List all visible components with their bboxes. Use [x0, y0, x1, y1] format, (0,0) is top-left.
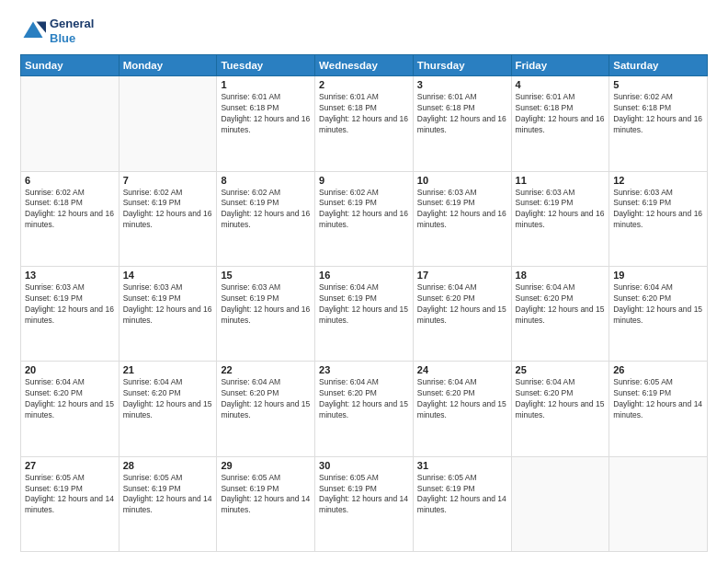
calendar-week-row: 13Sunrise: 6:03 AM Sunset: 6:19 PM Dayli… [21, 266, 708, 361]
day-number: 12 [613, 175, 703, 186]
calendar-cell [119, 76, 217, 171]
calendar-week-row: 20Sunrise: 6:04 AM Sunset: 6:20 PM Dayli… [21, 362, 708, 456]
day-info: Sunrise: 6:04 AM Sunset: 6:20 PM Dayligh… [25, 377, 115, 421]
calendar-cell: 16Sunrise: 6:04 AM Sunset: 6:19 PM Dayli… [315, 266, 414, 361]
day-number: 31 [417, 460, 507, 471]
day-info: Sunrise: 6:03 AM Sunset: 6:19 PM Dayligh… [516, 188, 606, 232]
day-info: Sunrise: 6:04 AM Sunset: 6:19 PM Dayligh… [319, 282, 409, 327]
day-info: Sunrise: 6:05 AM Sunset: 6:19 PM Dayligh… [417, 473, 507, 517]
calendar-cell: 19Sunrise: 6:04 AM Sunset: 6:20 PM Dayli… [609, 266, 708, 361]
day-info: Sunrise: 6:01 AM Sunset: 6:18 PM Dayligh… [516, 92, 606, 136]
day-info: Sunrise: 6:02 AM Sunset: 6:19 PM Dayligh… [319, 188, 409, 232]
calendar-cell [21, 76, 119, 171]
day-number: 7 [123, 175, 213, 186]
day-number: 14 [123, 270, 213, 281]
day-number: 9 [319, 175, 409, 186]
day-number: 27 [25, 460, 115, 471]
calendar-week-row: 27Sunrise: 6:05 AM Sunset: 6:19 PM Dayli… [21, 456, 708, 551]
calendar-header-row: SundayMondayTuesdayWednesdayThursdayFrid… [21, 55, 708, 76]
day-number: 20 [25, 364, 115, 375]
day-info: Sunrise: 6:03 AM Sunset: 6:19 PM Dayligh… [123, 282, 213, 327]
day-number: 5 [613, 79, 703, 90]
day-info: Sunrise: 6:04 AM Sunset: 6:20 PM Dayligh… [123, 377, 213, 421]
weekday-header: Tuesday [217, 55, 315, 76]
day-info: Sunrise: 6:04 AM Sunset: 6:20 PM Dayligh… [516, 282, 606, 327]
calendar-cell: 12Sunrise: 6:03 AM Sunset: 6:19 PM Dayli… [609, 171, 708, 266]
calendar-cell: 15Sunrise: 6:03 AM Sunset: 6:19 PM Dayli… [217, 266, 315, 361]
weekday-header: Saturday [609, 55, 708, 76]
day-number: 10 [417, 175, 507, 186]
day-info: Sunrise: 6:02 AM Sunset: 6:18 PM Dayligh… [25, 188, 115, 232]
day-number: 29 [221, 460, 311, 471]
day-info: Sunrise: 6:04 AM Sunset: 6:20 PM Dayligh… [613, 282, 703, 327]
calendar-cell: 11Sunrise: 6:03 AM Sunset: 6:19 PM Dayli… [511, 171, 609, 266]
page: General Blue SundayMondayTuesdayWednesda… [0, 0, 728, 563]
calendar-cell: 14Sunrise: 6:03 AM Sunset: 6:19 PM Dayli… [119, 266, 217, 361]
day-number: 26 [613, 364, 703, 375]
calendar-cell: 5Sunrise: 6:02 AM Sunset: 6:18 PM Daylig… [609, 76, 708, 171]
calendar-cell: 27Sunrise: 6:05 AM Sunset: 6:19 PM Dayli… [21, 456, 119, 551]
calendar-cell: 20Sunrise: 6:04 AM Sunset: 6:20 PM Dayli… [21, 362, 119, 456]
day-info: Sunrise: 6:01 AM Sunset: 6:18 PM Dayligh… [319, 92, 409, 136]
day-info: Sunrise: 6:05 AM Sunset: 6:19 PM Dayligh… [221, 473, 311, 517]
day-info: Sunrise: 6:04 AM Sunset: 6:20 PM Dayligh… [221, 377, 311, 421]
day-number: 17 [417, 270, 507, 281]
calendar-cell: 9Sunrise: 6:02 AM Sunset: 6:19 PM Daylig… [315, 171, 414, 266]
day-number: 4 [516, 79, 606, 90]
calendar-cell: 3Sunrise: 6:01 AM Sunset: 6:18 PM Daylig… [413, 76, 511, 171]
day-info: Sunrise: 6:01 AM Sunset: 6:18 PM Dayligh… [221, 92, 311, 136]
day-number: 15 [221, 270, 311, 281]
weekday-header: Wednesday [315, 55, 414, 76]
calendar-cell: 23Sunrise: 6:04 AM Sunset: 6:20 PM Dayli… [315, 362, 414, 456]
calendar-cell: 30Sunrise: 6:05 AM Sunset: 6:19 PM Dayli… [315, 456, 414, 551]
calendar-cell: 31Sunrise: 6:05 AM Sunset: 6:19 PM Dayli… [413, 456, 511, 551]
day-number: 25 [516, 364, 606, 375]
day-info: Sunrise: 6:04 AM Sunset: 6:20 PM Dayligh… [319, 377, 409, 421]
calendar-cell: 29Sunrise: 6:05 AM Sunset: 6:19 PM Dayli… [217, 456, 315, 551]
day-number: 21 [123, 364, 213, 375]
calendar-cell: 21Sunrise: 6:04 AM Sunset: 6:20 PM Dayli… [119, 362, 217, 456]
day-info: Sunrise: 6:05 AM Sunset: 6:19 PM Dayligh… [613, 377, 703, 421]
calendar-week-row: 6Sunrise: 6:02 AM Sunset: 6:18 PM Daylig… [21, 171, 708, 266]
calendar-table: SundayMondayTuesdayWednesdayThursdayFrid… [20, 54, 708, 552]
day-number: 28 [123, 460, 213, 471]
calendar-cell: 2Sunrise: 6:01 AM Sunset: 6:18 PM Daylig… [315, 76, 414, 171]
logo: General Blue [20, 17, 94, 45]
calendar-cell: 4Sunrise: 6:01 AM Sunset: 6:18 PM Daylig… [511, 76, 609, 171]
calendar-cell: 10Sunrise: 6:03 AM Sunset: 6:19 PM Dayli… [413, 171, 511, 266]
calendar-cell [609, 456, 708, 551]
day-info: Sunrise: 6:05 AM Sunset: 6:19 PM Dayligh… [319, 473, 409, 517]
day-number: 23 [319, 364, 409, 375]
day-number: 8 [221, 175, 311, 186]
logo-icon [20, 18, 46, 44]
day-number: 18 [516, 270, 606, 281]
day-number: 19 [613, 270, 703, 281]
day-number: 16 [319, 270, 409, 281]
weekday-header: Thursday [413, 55, 511, 76]
day-info: Sunrise: 6:01 AM Sunset: 6:18 PM Dayligh… [417, 92, 507, 136]
calendar-cell: 18Sunrise: 6:04 AM Sunset: 6:20 PM Dayli… [511, 266, 609, 361]
day-info: Sunrise: 6:04 AM Sunset: 6:20 PM Dayligh… [417, 377, 507, 421]
day-info: Sunrise: 6:03 AM Sunset: 6:19 PM Dayligh… [25, 282, 115, 327]
day-number: 3 [417, 79, 507, 90]
calendar-cell: 6Sunrise: 6:02 AM Sunset: 6:18 PM Daylig… [21, 171, 119, 266]
logo-text: General Blue [50, 17, 94, 45]
day-number: 6 [25, 175, 115, 186]
weekday-header: Sunday [21, 55, 119, 76]
calendar-cell: 7Sunrise: 6:02 AM Sunset: 6:19 PM Daylig… [119, 171, 217, 266]
day-number: 30 [319, 460, 409, 471]
calendar-cell: 17Sunrise: 6:04 AM Sunset: 6:20 PM Dayli… [413, 266, 511, 361]
day-info: Sunrise: 6:05 AM Sunset: 6:19 PM Dayligh… [123, 473, 213, 517]
day-info: Sunrise: 6:02 AM Sunset: 6:19 PM Dayligh… [221, 188, 311, 232]
calendar-week-row: 1Sunrise: 6:01 AM Sunset: 6:18 PM Daylig… [21, 76, 708, 171]
day-info: Sunrise: 6:02 AM Sunset: 6:19 PM Dayligh… [123, 188, 213, 232]
calendar-cell: 25Sunrise: 6:04 AM Sunset: 6:20 PM Dayli… [511, 362, 609, 456]
day-number: 2 [319, 79, 409, 90]
calendar-cell: 28Sunrise: 6:05 AM Sunset: 6:19 PM Dayli… [119, 456, 217, 551]
day-info: Sunrise: 6:03 AM Sunset: 6:19 PM Dayligh… [417, 188, 507, 232]
calendar-cell: 1Sunrise: 6:01 AM Sunset: 6:18 PM Daylig… [217, 76, 315, 171]
calendar-cell: 22Sunrise: 6:04 AM Sunset: 6:20 PM Dayli… [217, 362, 315, 456]
day-info: Sunrise: 6:03 AM Sunset: 6:19 PM Dayligh… [221, 282, 311, 327]
day-info: Sunrise: 6:04 AM Sunset: 6:20 PM Dayligh… [516, 377, 606, 421]
day-info: Sunrise: 6:04 AM Sunset: 6:20 PM Dayligh… [417, 282, 507, 327]
